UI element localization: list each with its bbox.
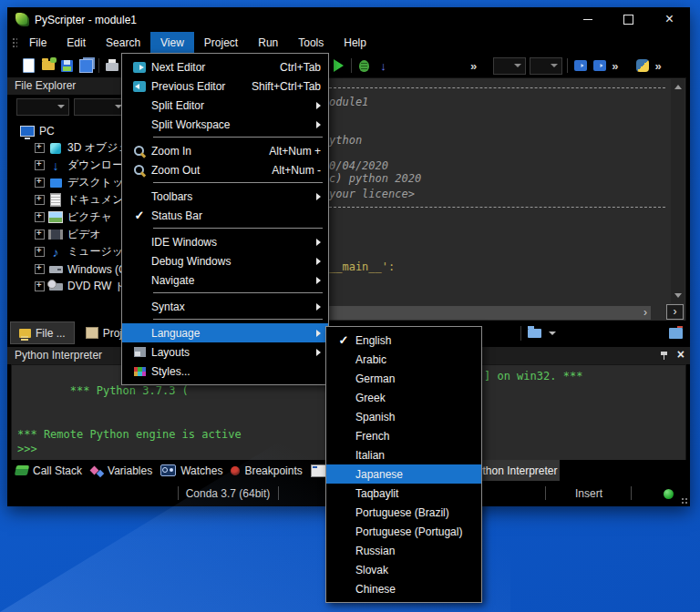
menu-edit[interactable]: Edit	[57, 32, 96, 54]
expand-plus-icon[interactable]	[35, 195, 45, 205]
menu-item-italian[interactable]: Italian	[326, 445, 481, 464]
menu-item-toolbars[interactable]: Toolbars	[122, 187, 328, 206]
menu-project[interactable]: Project	[194, 32, 248, 54]
scroll-right-icon[interactable]: ›	[643, 306, 647, 320]
expand-plus-icon[interactable]	[35, 178, 45, 188]
menu-item-language[interactable]: Language	[122, 323, 328, 342]
menu-tools[interactable]: Tools	[288, 32, 334, 54]
menu-item-zoom-in[interactable]: Zoom In Alt+Num +	[122, 141, 328, 160]
menu-separator	[153, 292, 323, 293]
expand-plus-icon[interactable]	[35, 143, 45, 153]
save-all-button[interactable]	[77, 56, 96, 75]
menu-item-japanese[interactable]: Japanese	[326, 464, 481, 484]
menu-item-spanish[interactable]: Spanish	[326, 407, 481, 426]
menu-item-french[interactable]: French	[326, 426, 481, 445]
expand-plus-icon[interactable]	[35, 281, 45, 291]
menu-item-layouts[interactable]: Layouts	[122, 342, 328, 362]
scroll-up-icon[interactable]	[674, 85, 682, 89]
menu-item-portuguese-portugal[interactable]: Portuguese (Portugal)	[326, 522, 481, 541]
explorer-path-combo[interactable]	[16, 98, 69, 116]
title-bar[interactable]: PyScripter - module1	[7, 7, 690, 32]
toolbar-combo-1[interactable]	[493, 57, 526, 75]
menu-item-portuguese-brazil[interactable]: Portuguese (Brazil)	[326, 503, 481, 522]
menu-item-split-editor[interactable]: Split Editor	[122, 96, 328, 115]
menubar-grip[interactable]	[11, 36, 17, 49]
menu-item-slovak[interactable]: Slovak	[326, 560, 481, 579]
expand-plus-icon[interactable]	[35, 247, 45, 257]
menu-item-previous-editor[interactable]: Previous Editor Shift+Ctrl+Tab	[122, 76, 328, 96]
pin-icon[interactable]	[660, 351, 668, 361]
menu-item-ide-windows[interactable]: IDE Windows	[122, 232, 328, 251]
toolbar-overflow-chevron-icon[interactable]: »	[468, 59, 479, 73]
python-version-button[interactable]	[633, 56, 652, 75]
interpreter-line: ] on win32. ***	[484, 369, 582, 383]
close-button[interactable]	[649, 7, 690, 32]
import-button[interactable]	[571, 56, 590, 75]
tab-breakpoints[interactable]: Breakpoints	[231, 464, 302, 477]
expand-plus-icon[interactable]	[35, 264, 45, 274]
menu-item-syntax[interactable]: Syntax	[122, 297, 328, 316]
tab-call-stack[interactable]: Call Stack	[15, 464, 82, 477]
menu-item-split-workspace[interactable]: Split Workspace	[122, 115, 328, 134]
new-tab-folder-icon[interactable]	[669, 328, 683, 339]
open-file-button[interactable]	[38, 56, 57, 75]
save-button[interactable]	[57, 56, 77, 75]
tab-label: Variables	[108, 464, 152, 477]
menu-item-label: Split Workspace	[151, 118, 309, 131]
tab-watches[interactable]: Watches	[160, 464, 222, 477]
run-button[interactable]	[329, 56, 348, 75]
menu-item-russian[interactable]: Russian	[326, 541, 481, 560]
minimize-button[interactable]	[567, 7, 608, 32]
maximize-button[interactable]	[608, 7, 649, 32]
menu-item-navigate[interactable]: Navigate	[122, 270, 328, 290]
tab-variables[interactable]: Variables	[90, 464, 152, 477]
step-arrow-icon: ↓	[380, 59, 386, 73]
new-file-button[interactable]	[19, 56, 38, 75]
tab-label: File ...	[36, 327, 66, 340]
menu-item-label: Arabic	[355, 353, 474, 366]
menu-item-label: Previous Editor	[151, 80, 239, 93]
menu-item-zoom-out[interactable]: Zoom Out Alt+Num -	[122, 160, 328, 179]
menu-item-styles[interactable]: Styles...	[122, 362, 328, 381]
expand-plus-icon[interactable]	[35, 212, 45, 222]
resize-grip[interactable]	[681, 497, 688, 505]
export-button[interactable]	[590, 56, 609, 75]
zoom-out-icon	[133, 164, 146, 177]
debug-button[interactable]	[355, 56, 374, 75]
expand-plus-icon[interactable]	[35, 160, 45, 170]
expand-plus-icon[interactable]	[35, 230, 45, 240]
explorer-filter-combo[interactable]	[74, 98, 127, 116]
panel-title: Python Interpreter	[15, 347, 102, 364]
menu-item-arabic[interactable]: Arabic	[326, 350, 481, 369]
menu-help[interactable]: Help	[334, 32, 376, 54]
menu-item-english[interactable]: English	[326, 331, 481, 350]
scroll-down-icon[interactable]	[674, 293, 682, 298]
menu-item-chinese[interactable]: Chinese	[326, 579, 481, 598]
menu-item-greek[interactable]: Greek	[326, 388, 481, 407]
tab-file-explorer[interactable]: File ...	[10, 321, 75, 344]
code-editor[interactable]: odule1 ython 0/04/2020 c) python 2020 yo…	[325, 77, 686, 322]
menu-item-shortcut: Alt+Num +	[269, 145, 321, 158]
toolbar-combo-2[interactable]	[530, 57, 562, 75]
menu-file[interactable]: File	[19, 32, 57, 54]
step-button[interactable]: ↓	[374, 56, 393, 75]
menu-search[interactable]: Search	[96, 32, 150, 54]
print-button[interactable]	[102, 56, 121, 75]
editor-vertical-scrollbar[interactable]	[671, 79, 685, 303]
dropdown-caret-icon[interactable]	[549, 332, 556, 335]
toolbar-overflow-chevron-icon[interactable]: »	[609, 59, 621, 73]
menu-item-taqbaylit[interactable]: Taqbaylit	[326, 484, 481, 503]
toolbar-overflow-chevron-icon[interactable]: »	[652, 59, 664, 73]
menu-item-status-bar[interactable]: Status Bar	[122, 206, 328, 225]
editor-horizontal-scrollbar[interactable]: ›	[327, 306, 651, 320]
menu-view[interactable]: View	[150, 32, 194, 54]
panel-close-icon[interactable]	[677, 347, 685, 364]
menu-item-debug-windows[interactable]: Debug Windows	[122, 251, 328, 270]
menu-run[interactable]: Run	[248, 32, 288, 54]
close-icon	[665, 13, 674, 26]
menu-item-label: Chinese	[355, 583, 474, 596]
menu-item-german[interactable]: German	[326, 369, 481, 388]
scroll-corner-button[interactable]: ›	[666, 304, 684, 320]
recent-files-folder-icon[interactable]	[528, 329, 541, 338]
menu-item-next-editor[interactable]: Next Editor Ctrl+Tab	[122, 57, 328, 76]
